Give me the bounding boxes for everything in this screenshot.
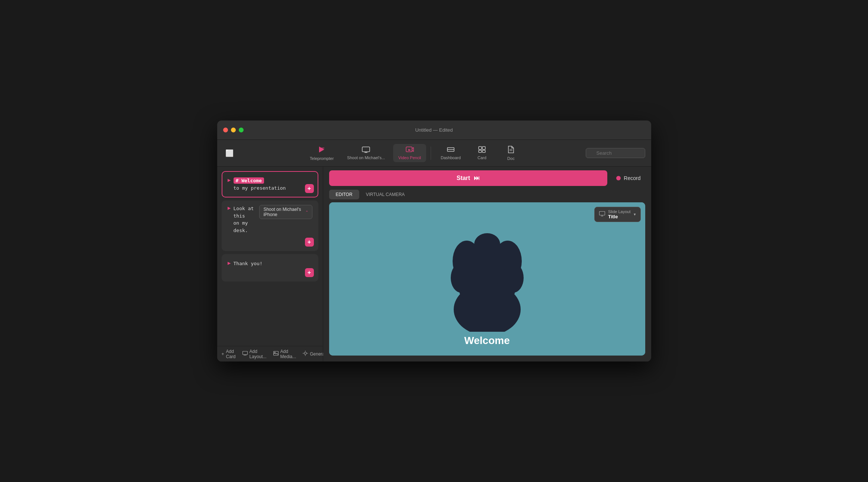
record-label: Record xyxy=(624,175,640,181)
sidebar-toggle-icon[interactable]: ⬜ xyxy=(223,147,236,160)
tab-editor-label: EDITOR xyxy=(336,192,353,197)
add-media-label: Add Media... xyxy=(280,349,296,359)
fullscreen-button[interactable] xyxy=(239,128,244,132)
card-item-2[interactable]: ▶ Look at this on my desk. Shoot on Mich… xyxy=(222,200,318,251)
right-panel: Start ⏭ Record EDITOR VIRTUAL CAMERA xyxy=(323,167,651,362)
card-2-line2: on my desk. xyxy=(234,220,248,233)
teleprompter-label: Teleprompter xyxy=(310,156,334,161)
record-button[interactable]: Record xyxy=(612,172,645,184)
right-top-bar: Start ⏭ Record xyxy=(323,167,651,190)
slide-layout-prefix: Slide Layout xyxy=(608,209,631,214)
card-item-3[interactable]: ▶ Thank you! + xyxy=(222,254,318,282)
svg-rect-1 xyxy=(362,147,370,152)
dashboard-icon xyxy=(447,146,455,154)
play-icon-3: ▶ xyxy=(228,261,231,266)
add-media-icon xyxy=(273,351,279,357)
svg-point-36 xyxy=(498,274,514,296)
card-2-line1: Look at this xyxy=(234,206,254,219)
video-pencil-icon xyxy=(406,146,414,154)
tool-video-pencil[interactable]: Video Pencil xyxy=(393,144,426,162)
record-dot-icon xyxy=(616,176,621,180)
teleprompter-icon xyxy=(318,145,326,155)
card-2-header: ▶ Look at this on my desk. xyxy=(228,205,260,234)
start-button[interactable]: Start ⏭ xyxy=(329,170,608,186)
search-input[interactable] xyxy=(586,148,645,158)
left-panel: ▶ # Welcome to my presentation + ▶ xyxy=(217,167,323,362)
tool-dashboard[interactable]: Dashboard xyxy=(435,144,466,162)
video-pencil-label: Video Pencil xyxy=(398,155,421,160)
slide-layout-badge[interactable]: Slide Layout Title ▾ xyxy=(594,207,641,222)
add-card-label: Add Card xyxy=(226,349,236,359)
svg-rect-13 xyxy=(482,150,485,152)
tab-virtual-camera-label: VIRTUAL CAMERA xyxy=(366,192,405,197)
add-media-action[interactable]: Add Media... xyxy=(273,349,296,359)
camera-select-2[interactable]: Shoot on Michael's iPhone ⌃ xyxy=(259,205,312,219)
app-window: Untitled — Edited ⬜ Teleprompter xyxy=(217,120,651,362)
add-card-action[interactable]: + Add Card xyxy=(222,349,236,359)
traffic-lights xyxy=(223,128,244,132)
shoot-label: Shoot on Michael's... xyxy=(347,155,385,160)
svg-point-34 xyxy=(460,274,477,296)
card-item-1[interactable]: ▶ # Welcome to my presentation + xyxy=(222,171,318,197)
toolbar: ⬜ Teleprompter xyxy=(217,140,651,167)
card-icon xyxy=(478,146,486,154)
preview-background: Welcome xyxy=(329,202,645,356)
generate-icon xyxy=(303,351,308,357)
svg-rect-12 xyxy=(479,150,482,152)
card-label: Card xyxy=(478,155,486,160)
card-3-text: Thank you! xyxy=(234,260,263,267)
toolbar-left: ⬜ xyxy=(223,147,236,160)
tool-teleprompter[interactable]: Teleprompter xyxy=(305,143,339,163)
svg-rect-37 xyxy=(599,212,605,215)
cards-list: ▶ # Welcome to my presentation + ▶ xyxy=(217,167,323,346)
svg-point-32 xyxy=(474,233,500,256)
dashboard-label: Dashboard xyxy=(441,155,461,160)
card-1-add-button[interactable]: + xyxy=(305,184,314,193)
tool-shoot[interactable]: Shoot on Michael's... xyxy=(342,144,390,162)
shoot-icon xyxy=(362,146,370,154)
card-1-highlight: # Welcome xyxy=(234,177,264,184)
play-icon-2: ▶ xyxy=(228,206,231,211)
card-2-row: ▶ Look at this on my desk. Shoot on Mich… xyxy=(228,205,312,234)
card-3-add-button[interactable]: + xyxy=(305,268,314,277)
minimize-button[interactable] xyxy=(231,128,236,132)
start-label: Start xyxy=(457,175,470,181)
tool-card[interactable]: Card xyxy=(469,144,495,162)
slide-layout-text: Slide Layout Title xyxy=(608,209,631,219)
close-button[interactable] xyxy=(223,128,228,132)
add-layout-action[interactable]: Add Layout... xyxy=(242,349,267,359)
toolbar-tools: Teleprompter Shoot on Michael's... xyxy=(243,143,586,163)
slide-layout-title: Title xyxy=(608,214,631,219)
card-3-line1: Thank you! xyxy=(234,261,263,266)
editor-tabs: EDITOR VIRTUAL CAMERA xyxy=(323,190,651,199)
play-icon-1: ▶ xyxy=(228,178,231,183)
tab-editor[interactable]: EDITOR xyxy=(329,190,359,199)
tab-virtual-camera[interactable]: VIRTUAL CAMERA xyxy=(359,190,412,199)
window-title: Untitled — Edited xyxy=(415,127,453,133)
card-1-line2: to my presentation xyxy=(234,185,286,191)
preview-area: Welcome Slide Layout Title xyxy=(329,202,645,356)
main-content: ▶ # Welcome to my presentation + ▶ xyxy=(217,167,651,362)
card-1-header: ▶ # Welcome to my presentation xyxy=(228,177,312,192)
tool-doc[interactable]: Doc xyxy=(498,143,524,163)
card-2-add-button[interactable]: + xyxy=(305,238,314,247)
svg-rect-10 xyxy=(479,147,482,150)
titlebar: Untitled — Edited xyxy=(217,120,651,140)
add-card-icon: + xyxy=(222,351,224,357)
svg-rect-11 xyxy=(482,147,485,150)
svg-point-21 xyxy=(304,352,306,354)
card-3-header: ▶ Thank you! xyxy=(228,260,312,267)
doc-icon xyxy=(508,145,514,155)
card-1-text: # Welcome to my presentation xyxy=(234,177,286,192)
camera-chevron-icon: ⌃ xyxy=(305,210,308,214)
start-skip-icon: ⏭ xyxy=(474,175,480,181)
slide-layout-chevron-icon: ▾ xyxy=(634,212,636,217)
monitor-icon xyxy=(599,211,605,218)
add-layout-icon xyxy=(242,351,248,357)
doc-label: Doc xyxy=(507,156,515,161)
camera-name-2: Shoot on Michael's iPhone xyxy=(263,207,303,217)
add-layout-label: Add Layout... xyxy=(250,349,267,359)
search-wrapper: 🔍 xyxy=(586,148,645,158)
toolbar-divider xyxy=(431,147,431,160)
card-2-text: Look at this on my desk. xyxy=(234,205,260,234)
